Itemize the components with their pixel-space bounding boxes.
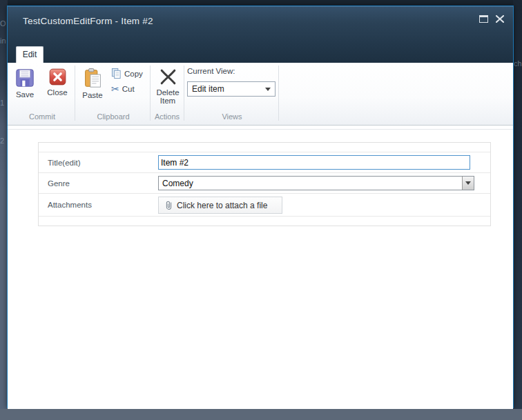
copy-button[interactable]: Copy	[109, 67, 145, 80]
page-backdrop-bottom	[0, 409, 522, 420]
paste-icon	[83, 68, 103, 89]
group-label-actions: Actions	[150, 112, 184, 121]
table-row-attachments: Attachments Click here to attach a file	[39, 194, 490, 217]
genre-select[interactable]: Comedy	[158, 176, 474, 190]
ribbon: Save Close Commit	[8, 63, 513, 126]
copy-icon	[111, 68, 122, 79]
paste-button[interactable]: Paste	[77, 64, 108, 100]
current-view-label: Current View:	[187, 67, 235, 75]
edit-form-dialog: TestCustomEditForm - Item #2 Edit	[7, 6, 514, 408]
content-divider	[8, 129, 513, 130]
page-backdrop-top	[0, 0, 522, 6]
save-icon	[14, 68, 35, 88]
form-content-area: Title(edit) Genre Comedy Attachments	[8, 126, 513, 409]
group-label-clipboard: Clipboard	[77, 112, 149, 121]
delete-item-label: Delete Item	[153, 88, 183, 105]
chevron-down-icon	[265, 88, 271, 91]
title-field-label: Title(edit)	[48, 159, 81, 167]
dialog-titlebar: TestCustomEditForm - Item #2	[8, 6, 513, 63]
genre-field-label: Genre	[48, 179, 70, 188]
table-row-genre: Genre Comedy	[39, 173, 490, 194]
attach-file-button[interactable]: Click here to attach a file	[158, 197, 282, 214]
close-window-button[interactable]	[494, 13, 506, 24]
copy-label: Copy	[124, 70, 143, 78]
background-text-fragment: in	[0, 37, 6, 45]
title-input[interactable]	[158, 155, 470, 170]
paperclip-icon	[165, 200, 173, 210]
group-label-views: Views	[184, 112, 280, 121]
close-red-icon	[48, 68, 67, 86]
cut-icon: ✂	[111, 84, 119, 94]
tab-edit[interactable]: Edit	[16, 46, 44, 63]
paste-label: Paste	[82, 91, 102, 99]
cut-button[interactable]: ✂ Cut	[109, 83, 137, 95]
select-arrow-button[interactable]	[462, 177, 474, 190]
close-icon	[496, 15, 504, 23]
save-button[interactable]: Save	[11, 64, 39, 99]
current-view-dropdown[interactable]: Edit item	[187, 81, 276, 97]
save-label: Save	[16, 90, 34, 99]
maximize-button[interactable]	[477, 13, 490, 24]
dialog-title: TestCustomEditForm - Item #2	[23, 16, 153, 26]
ribbon-group-separator	[75, 66, 75, 121]
cut-label: Cut	[122, 85, 135, 93]
table-row-title: Title(edit)	[39, 152, 490, 173]
chevron-down-icon	[465, 181, 471, 185]
delete-icon	[159, 68, 177, 86]
delete-item-button[interactable]: Delete Item	[152, 64, 184, 106]
current-view-value: Edit item	[192, 84, 224, 94]
close-button[interactable]: Close	[42, 64, 72, 97]
background-text-fragment: 1	[0, 99, 4, 107]
table-row-spacer	[39, 217, 490, 226]
background-text-fragment: 2	[0, 137, 4, 145]
ribbon-group-separator	[278, 66, 279, 121]
background-text-fragment: O	[0, 19, 6, 28]
attach-file-label: Click here to attach a file	[177, 201, 267, 210]
maximize-icon	[479, 15, 488, 23]
group-label-commit: Commit	[11, 112, 73, 121]
edit-form-table: Title(edit) Genre Comedy Attachments	[38, 142, 491, 226]
close-label: Close	[47, 88, 67, 97]
genre-selected-value: Comedy	[162, 179, 193, 188]
table-row-spacer	[39, 143, 490, 152]
background-text-fragment: ch	[514, 59, 522, 68]
attachments-field-label: Attachments	[48, 201, 92, 209]
